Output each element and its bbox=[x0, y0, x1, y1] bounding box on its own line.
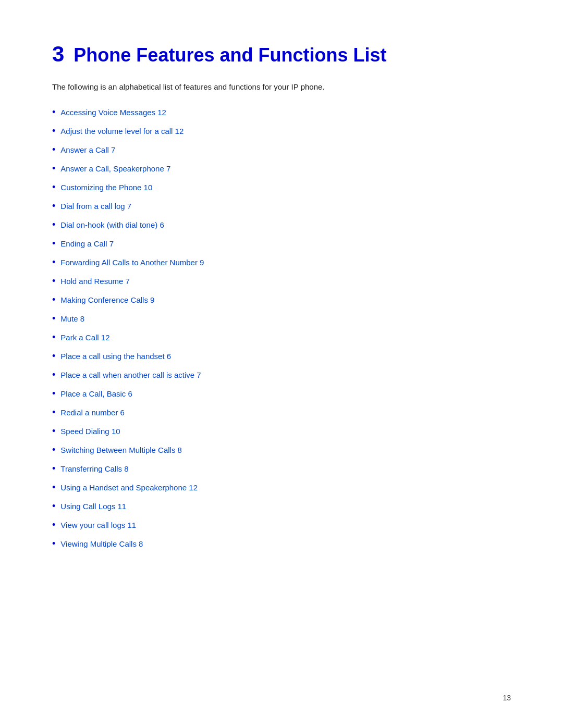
feature-link[interactable]: Redial a number 6 bbox=[60, 407, 125, 419]
bullet-dot-icon: • bbox=[52, 349, 55, 363]
bullet-dot-icon: • bbox=[52, 162, 55, 176]
bullet-dot-icon: • bbox=[52, 499, 55, 513]
list-item: •Forwarding All Calls to Another Number … bbox=[52, 255, 500, 269]
bullet-dot-icon: • bbox=[52, 518, 55, 532]
feature-link[interactable]: Mute 8 bbox=[60, 313, 84, 325]
bullet-dot-icon: • bbox=[52, 199, 55, 213]
list-item: •Place a call when another call is activ… bbox=[52, 367, 500, 382]
feature-link[interactable]: Ending a Call 7 bbox=[60, 238, 114, 250]
bullet-dot-icon: • bbox=[52, 255, 55, 269]
chapter-title: Phone Features and Functions List bbox=[74, 44, 386, 66]
feature-link[interactable]: Using Call Logs 11 bbox=[60, 501, 126, 513]
list-item: •Making Conference Calls 9 bbox=[52, 292, 500, 307]
list-item: •Transferring Calls 8 bbox=[52, 461, 500, 476]
bullet-dot-icon: • bbox=[52, 387, 55, 401]
bullet-dot-icon: • bbox=[52, 237, 55, 251]
bullet-dot-icon: • bbox=[52, 218, 55, 232]
feature-link[interactable]: Park a Call 12 bbox=[60, 332, 109, 344]
page-number: 13 bbox=[503, 694, 511, 702]
list-item: •Mute 8 bbox=[52, 311, 500, 326]
list-item: •Speed Dialing 10 bbox=[52, 424, 500, 438]
list-item: •Park a Call 12 bbox=[52, 330, 500, 344]
page: 3 Phone Features and Functions List The … bbox=[0, 0, 563, 728]
list-item: •Viewing Multiple Calls 8 bbox=[52, 536, 500, 551]
list-item: •Hold and Resume 7 bbox=[52, 274, 500, 288]
bullet-dot-icon: • bbox=[52, 480, 55, 495]
feature-link[interactable]: Place a Call, Basic 6 bbox=[60, 388, 132, 400]
feature-link[interactable]: Hold and Resume 7 bbox=[60, 276, 130, 288]
feature-link[interactable]: Transferring Calls 8 bbox=[60, 463, 128, 475]
bullet-dot-icon: • bbox=[52, 180, 55, 194]
feature-link[interactable]: Making Conference Calls 9 bbox=[60, 294, 154, 306]
bullet-dot-icon: • bbox=[52, 405, 55, 419]
feature-link[interactable]: Using a Handset and Speakerphone 12 bbox=[60, 482, 198, 494]
feature-link[interactable]: Dial from a call log 7 bbox=[60, 201, 131, 213]
bullet-dot-icon: • bbox=[52, 143, 55, 157]
feature-link[interactable]: Speed Dialing 10 bbox=[60, 426, 120, 438]
bullet-dot-icon: • bbox=[52, 424, 55, 438]
feature-link[interactable]: View your call logs 11 bbox=[60, 520, 136, 532]
list-item: •Answer a Call 7 bbox=[52, 142, 500, 157]
list-item: •Accessing Voice Messages 12 bbox=[52, 105, 500, 119]
bullet-dot-icon: • bbox=[52, 462, 55, 476]
list-item: •View your call logs 11 bbox=[52, 517, 500, 532]
feature-link[interactable]: Viewing Multiple Calls 8 bbox=[60, 538, 143, 550]
bullet-dot-icon: • bbox=[52, 312, 55, 326]
chapter-number: 3 bbox=[52, 42, 64, 67]
list-item: •Adjust the volume level for a call 12 bbox=[52, 124, 500, 138]
list-item: •Place a call using the handset 6 bbox=[52, 349, 500, 363]
feature-link[interactable]: Adjust the volume level for a call 12 bbox=[60, 126, 183, 138]
intro-paragraph: The following is an alphabetical list of… bbox=[52, 81, 500, 93]
chapter-header: 3 Phone Features and Functions List bbox=[52, 42, 500, 67]
bullet-dot-icon: • bbox=[52, 443, 55, 457]
list-item: •Answer a Call, Speakerphone 7 bbox=[52, 161, 500, 176]
list-item: •Place a Call, Basic 6 bbox=[52, 386, 500, 401]
list-item: •Dial on-hook (with dial tone) 6 bbox=[52, 217, 500, 232]
bullet-dot-icon: • bbox=[52, 124, 55, 138]
feature-link[interactable]: Place a call using the handset 6 bbox=[60, 351, 171, 363]
feature-link[interactable]: Switching Between Multiple Calls 8 bbox=[60, 445, 182, 456]
feature-link[interactable]: Customizing the Phone 10 bbox=[60, 182, 152, 194]
bullet-dot-icon: • bbox=[52, 274, 55, 288]
list-item: •Customizing the Phone 10 bbox=[52, 180, 500, 194]
feature-link[interactable]: Answer a Call 7 bbox=[60, 144, 115, 156]
bullet-dot-icon: • bbox=[52, 537, 55, 551]
features-list: •Accessing Voice Messages 12•Adjust the … bbox=[52, 105, 500, 551]
feature-link[interactable]: Accessing Voice Messages 12 bbox=[60, 107, 166, 119]
bullet-dot-icon: • bbox=[52, 368, 55, 382]
list-item: •Switching Between Multiple Calls 8 bbox=[52, 442, 500, 457]
feature-link[interactable]: Answer a Call, Speakerphone 7 bbox=[60, 163, 170, 175]
list-item: •Dial from a call log 7 bbox=[52, 199, 500, 213]
list-item: •Ending a Call 7 bbox=[52, 236, 500, 251]
feature-link[interactable]: Dial on-hook (with dial tone) 6 bbox=[60, 219, 164, 231]
bullet-dot-icon: • bbox=[52, 293, 55, 307]
bullet-dot-icon: • bbox=[52, 105, 55, 119]
list-item: •Redial a number 6 bbox=[52, 405, 500, 419]
feature-link[interactable]: Forwarding All Calls to Another Number 9 bbox=[60, 257, 204, 269]
feature-link[interactable]: Place a call when another call is active… bbox=[60, 369, 201, 381]
list-item: •Using a Handset and Speakerphone 12 bbox=[52, 480, 500, 495]
bullet-dot-icon: • bbox=[52, 330, 55, 344]
list-item: •Using Call Logs 11 bbox=[52, 499, 500, 513]
